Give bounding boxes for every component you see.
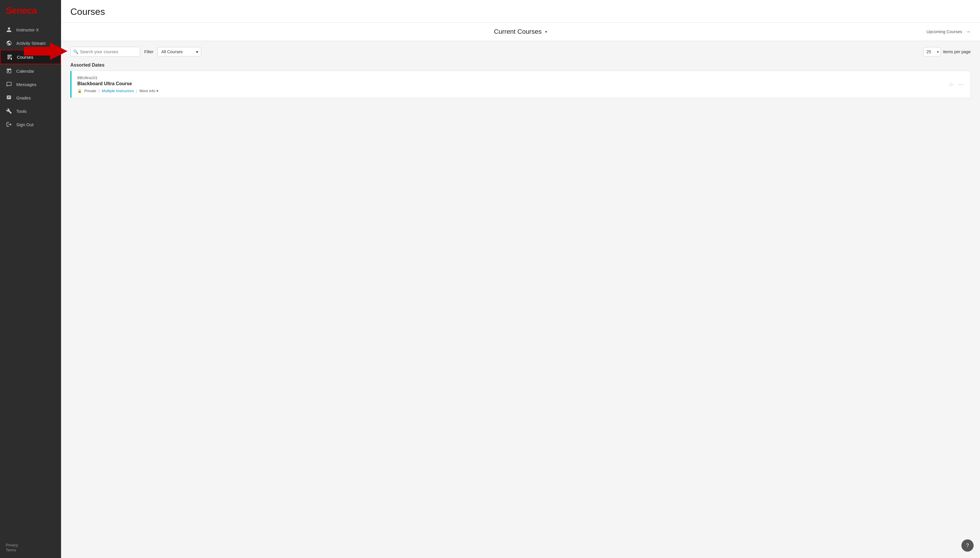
tools-icon [6,108,12,114]
items-per-page-wrapper: 10 25 50 100 items per page [923,47,971,56]
sidebar-footer: Privacy Terms [0,538,61,558]
search-icon: 🔍 [73,49,79,54]
more-info-button[interactable]: More info ▾ [139,89,159,93]
sidebar-item-courses[interactable]: Courses [0,50,61,64]
search-wrapper: 🔍 [70,47,140,57]
user-icon [6,26,12,33]
page-title: Courses [70,7,971,17]
current-courses-dropdown[interactable]: Current Courses ▾ [494,28,547,36]
calendar-icon [6,68,12,74]
sidebar-item-instructor-label: Instructor X [16,27,39,32]
globe-icon [6,40,12,46]
items-select-wrapper: 10 25 50 100 [923,47,941,56]
sidebar-item-messages-label: Messages [16,82,36,87]
main-content: Courses Current Courses ▾ Upcoming Cours… [61,0,980,558]
messages-icon [6,81,12,87]
sidebar: Seneca Instructor X Activity Stream Cour… [0,0,61,558]
courses-icon [7,54,13,60]
sidebar-item-activity-stream[interactable]: Activity Stream [0,36,61,50]
sidebar-nav: Instructor X Activity Stream Courses Cal… [0,23,61,538]
sidebar-item-instructor[interactable]: Instructor X [0,23,61,36]
more-options-button[interactable]: ··· [958,81,965,87]
current-courses-label: Current Courses [494,28,542,36]
app-logo: Seneca [6,5,37,16]
course-card: BBUltra101 Blackboard Ultra Course 🔒 Pri… [70,71,971,98]
sidebar-item-courses-label: Courses [17,55,33,60]
sidebar-item-signout-label: Sign Out [16,122,33,127]
sidebar-item-messages[interactable]: Messages [0,78,61,91]
course-privacy: Private [84,89,96,93]
current-courses-dropdown-icon: ▾ [545,30,547,34]
sidebar-item-tools-label: Tools [16,109,26,114]
more-info-chevron-icon: ▾ [156,89,159,93]
sidebar-item-calendar[interactable]: Calendar [0,64,61,78]
course-card-actions: ☆ ··· [949,81,965,88]
meta-separator-2: | [136,89,137,93]
items-per-page-label: items per page [943,49,971,54]
search-filter-bar: 🔍 Filter All Courses Open Enrollment Ins… [70,47,971,57]
help-button[interactable]: ? [961,539,973,551]
star-button[interactable]: ☆ [949,81,954,88]
page-header: Courses [61,0,980,23]
course-card-info: BBUltra101 Blackboard Ultra Course 🔒 Pri… [77,75,159,93]
logo-area: Seneca [0,0,61,21]
upcoming-courses-btn[interactable]: Upcoming Courses → [926,29,971,35]
upcoming-courses-arrow-icon: → [965,29,971,35]
privacy-link[interactable]: Privacy [6,543,55,547]
signout-icon [6,121,12,128]
filter-label: Filter [144,49,154,54]
sidebar-item-activity-stream-label: Activity Stream [16,41,46,46]
sidebar-item-calendar-label: Calendar [16,69,34,74]
course-meta: 🔒 Private | Multiple Instructors | More … [77,89,159,93]
section-heading: Assorted Dates [70,62,971,68]
grades-icon [6,95,12,101]
course-code: BBUltra101 [77,75,159,80]
help-icon: ? [966,543,969,549]
instructors-link[interactable]: Multiple Instructors [102,89,134,93]
sidebar-item-tools[interactable]: Tools [0,104,61,118]
course-name: Blackboard Ultra Course [77,81,159,86]
search-input[interactable] [70,47,140,57]
filter-select-wrapper: All Courses Open Enrollment Instructor L… [157,47,201,56]
filter-select[interactable]: All Courses Open Enrollment Instructor L… [157,47,201,56]
terms-link[interactable]: Terms [6,548,55,552]
courses-toolbar: Current Courses ▾ Upcoming Courses → [61,23,980,41]
courses-content: 🔍 Filter All Courses Open Enrollment Ins… [61,41,980,558]
sidebar-item-grades[interactable]: Grades [0,91,61,104]
upcoming-courses-label: Upcoming Courses [926,30,962,34]
items-per-page-select[interactable]: 10 25 50 100 [923,47,941,56]
sidebar-item-grades-label: Grades [16,95,31,100]
meta-separator-1: | [98,89,100,93]
sidebar-item-signout[interactable]: Sign Out [0,118,61,131]
lock-icon: 🔒 [77,89,82,93]
